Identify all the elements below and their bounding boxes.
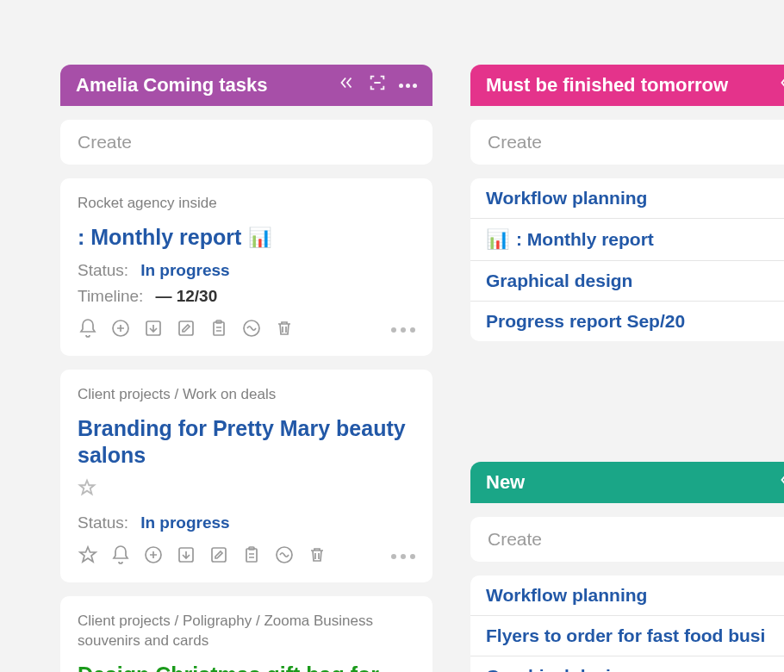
more-icon[interactable] — [391, 554, 415, 559]
task-card[interactable]: Rocket agency inside : Monthly report 📊 … — [60, 178, 432, 356]
create-input[interactable]: Create — [470, 120, 784, 165]
collapse-icon[interactable] — [777, 73, 784, 97]
column-new: New Create Workflow planning Flyers to o… — [470, 462, 784, 672]
wave-icon[interactable] — [274, 544, 295, 569]
breadcrumb: Client projects / Poligraphy / Zooma Bus… — [78, 612, 415, 651]
edit-icon[interactable] — [208, 544, 229, 569]
status-label: Status: — [78, 513, 128, 532]
task-card[interactable]: Client projects / Work on deals Branding… — [60, 370, 432, 582]
import-icon[interactable] — [143, 318, 164, 342]
bell-icon[interactable] — [78, 318, 98, 342]
trash-icon[interactable] — [274, 318, 295, 342]
bell-icon[interactable] — [110, 544, 131, 569]
list-item[interactable]: Flyers to order for fast food busi — [470, 616, 784, 656]
more-icon[interactable] — [399, 84, 417, 88]
wave-icon[interactable] — [241, 318, 262, 342]
create-input[interactable]: Create — [60, 120, 432, 165]
chart-icon: 📊 — [248, 226, 271, 250]
list-item[interactable]: Graphical design — [470, 261, 784, 302]
scan-icon[interactable] — [368, 73, 387, 97]
timeline-value: — 12/30 — [155, 287, 217, 306]
list-item[interactable]: Workflow planning — [470, 576, 784, 616]
create-input[interactable]: Create — [470, 517, 784, 562]
clipboard-icon[interactable] — [241, 544, 262, 569]
status-value: In progress — [140, 513, 229, 532]
column-finish-tomorrow: Must be finished tomorrow Create Workflo… — [470, 65, 784, 341]
status-value: In progress — [140, 261, 229, 280]
import-icon[interactable] — [176, 544, 196, 569]
plus-circle-icon[interactable] — [110, 318, 131, 342]
list-item[interactable]: Workflow planning — [470, 178, 784, 219]
timeline-label: Timeline: — [78, 287, 143, 306]
svg-rect-3 — [214, 322, 224, 335]
svg-rect-9 — [246, 549, 257, 562]
card-title[interactable]: Branding for Pretty Mary beauty salons — [78, 415, 415, 503]
list-title: Amelia Coming tasks — [76, 74, 337, 96]
breadcrumb: Rocket agency inside — [78, 194, 415, 214]
chart-icon: 📊 — [486, 228, 509, 251]
list-item[interactable]: 📊 : Monthly report — [470, 219, 784, 261]
svg-rect-8 — [212, 548, 226, 562]
svg-rect-2 — [179, 321, 193, 335]
list-item[interactable]: Graphical design — [470, 656, 784, 672]
collapse-icon[interactable] — [337, 73, 356, 97]
card-title[interactable]: Design Christmas gift bag for TinyStones… — [78, 662, 415, 672]
list-header[interactable]: New — [470, 462, 784, 503]
more-icon[interactable] — [391, 327, 415, 333]
list-header[interactable]: Amelia Coming tasks — [60, 65, 432, 106]
card-title[interactable]: : Monthly report 📊 — [78, 224, 415, 251]
star-icon[interactable] — [78, 544, 98, 569]
star-outline-icon[interactable] — [78, 476, 96, 503]
edit-icon[interactable] — [176, 318, 196, 342]
trash-icon[interactable] — [307, 544, 327, 569]
list-item[interactable]: Progress report Sep/20 — [470, 302, 784, 341]
plus-circle-icon[interactable] — [143, 544, 164, 569]
task-card[interactable]: Client projects / Poligraphy / Zooma Bus… — [60, 596, 432, 672]
breadcrumb: Client projects / Work on deals — [78, 385, 415, 405]
collapse-icon[interactable] — [777, 470, 784, 495]
column-coming-tasks: Amelia Coming tasks Create Rocket agency… — [60, 65, 432, 672]
list-header[interactable]: Must be finished tomorrow — [470, 65, 784, 106]
status-label: Status: — [78, 261, 128, 280]
list-title: Must be finished tomorrow — [486, 74, 777, 96]
clipboard-icon[interactable] — [208, 318, 229, 342]
list-title: New — [486, 471, 777, 494]
